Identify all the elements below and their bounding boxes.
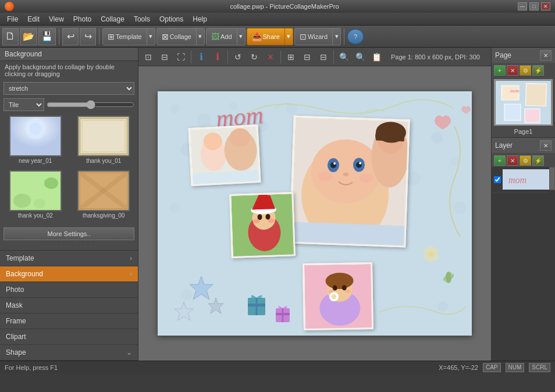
rotate-left-button[interactable]: ↺	[230, 49, 246, 65]
layer-lightning-button[interactable]: ⚡	[532, 155, 544, 166]
tile-select[interactable]: Tile	[3, 98, 44, 111]
undo-button[interactable]: ↩	[62, 28, 79, 45]
sidebar-item-clipart[interactable]: Clipart	[0, 329, 138, 345]
sidebar-item-template[interactable]: Template ›	[0, 251, 138, 266]
delete-layer-button[interactable]: ✕	[507, 155, 518, 166]
properties-button[interactable]: 📋	[369, 49, 384, 65]
wizard-button-group: ⊡ Wizard ▾	[294, 28, 341, 45]
list-item[interactable]: thank you_01	[71, 116, 137, 168]
background-thumbnail-1[interactable]	[9, 116, 62, 156]
collage-dropdown[interactable]: ▾	[197, 28, 205, 45]
menu-options[interactable]: Options	[155, 14, 188, 24]
close-button[interactable]: ✕	[541, 2, 550, 10]
rotate-right-button[interactable]: ↻	[247, 49, 262, 65]
photo-frame-4[interactable]	[303, 262, 373, 330]
add-button[interactable]: 🖼 Add	[206, 28, 237, 45]
zoom-actual-button[interactable]: ⊟	[157, 49, 172, 65]
layer-visibility-checkbox[interactable]	[494, 176, 501, 183]
photo-frame-2[interactable]	[289, 116, 410, 248]
save-button[interactable]: 💾	[38, 28, 56, 45]
caps-indicator: CAP	[483, 363, 501, 372]
window-controls[interactable]: — □ ✕	[518, 2, 550, 10]
minimize-button[interactable]: —	[518, 2, 527, 10]
menu-collage[interactable]: Collage	[96, 14, 129, 24]
close-layer-button[interactable]: ✕	[540, 140, 552, 151]
sidebar-item-mask[interactable]: Mask	[0, 298, 138, 313]
page-lightning-button[interactable]: ⚡	[532, 65, 544, 76]
opacity-slider[interactable]	[47, 100, 134, 109]
toolbar-separator-1	[59, 28, 59, 45]
svg-point-44	[424, 248, 429, 254]
distribute-button[interactable]: ⊟	[316, 49, 331, 65]
info-button-1[interactable]: ℹ	[194, 49, 209, 65]
menu-help[interactable]: Help	[188, 14, 212, 24]
template-button[interactable]: ⊞ Template	[102, 28, 147, 45]
menu-edit[interactable]: Edit	[23, 14, 44, 24]
svg-rect-93	[525, 83, 546, 106]
delete-button[interactable]: ✕	[263, 49, 278, 65]
background-thumbnail-4[interactable]	[77, 170, 130, 211]
expand-icon: ›	[130, 270, 132, 278]
share-button[interactable]: 📤 Share	[247, 28, 285, 45]
scrollbar-thumb[interactable]	[549, 167, 555, 190]
svg-point-2	[30, 123, 41, 134]
add-page-button[interactable]: +	[494, 65, 506, 76]
grid-button[interactable]: ⊞	[283, 49, 298, 65]
list-item[interactable]: thank you_02	[2, 170, 69, 223]
main-layout: Background Apply background to collage b…	[0, 48, 555, 361]
info-button-2[interactable]: ℹ	[210, 49, 225, 65]
maximize-button[interactable]: □	[529, 2, 539, 10]
menu-photo[interactable]: Photo	[69, 14, 96, 24]
stretch-select[interactable]: stretch	[3, 82, 134, 95]
svg-point-7	[13, 194, 31, 208]
svg-text:mom: mom	[508, 175, 526, 185]
zoom-fit-button[interactable]: ⊡	[141, 49, 156, 65]
list-item[interactable]: new year_01	[2, 116, 69, 168]
zoom-in-button[interactable]: 🔍	[353, 49, 368, 65]
photo-frame-3[interactable]	[229, 192, 296, 258]
help-button[interactable]: ?	[347, 29, 364, 44]
sidebar-item-shape[interactable]: Shape ⌄	[0, 345, 138, 361]
menu-file[interactable]: File	[2, 14, 23, 24]
background-thumbnail-2[interactable]	[77, 116, 130, 156]
toolbar-separator-2	[99, 28, 99, 45]
sidebar-item-frame[interactable]: Frame	[0, 313, 138, 329]
background-thumbnail-3[interactable]	[9, 170, 62, 211]
svg-point-28	[437, 301, 448, 312]
new-button[interactable]: 🗋	[2, 28, 19, 45]
layer-thumb: mom	[503, 169, 549, 190]
page-thumbnail[interactable]: mom	[494, 79, 553, 126]
collage-button[interactable]: ⊠ Collage	[156, 28, 197, 45]
canvas-area[interactable]: mom	[138, 66, 491, 361]
page-panel-controls: + ✕ ⚙ ⚡	[492, 63, 555, 77]
layer-settings-button[interactable]: ⚙	[520, 155, 531, 166]
svg-point-43	[424, 254, 429, 260]
sidebar-item-background[interactable]: Background ›	[0, 266, 138, 282]
page-settings-button[interactable]: ⚙	[520, 65, 531, 76]
wizard-button[interactable]: ⊡ Wizard	[294, 28, 333, 45]
redo-button[interactable]: ↪	[80, 28, 96, 45]
wizard-dropdown[interactable]: ▾	[333, 28, 341, 45]
share-dropdown[interactable]: ▾	[285, 28, 293, 45]
add-dropdown[interactable]: ▾	[237, 28, 246, 45]
close-panel-button[interactable]: ✕	[540, 50, 552, 60]
collage-button-group: ⊠ Collage ▾	[156, 28, 205, 45]
menu-view[interactable]: View	[44, 14, 69, 24]
select-button[interactable]: ⛶	[173, 49, 188, 65]
layer-scrollbar[interactable]	[549, 167, 555, 361]
coordinates-display: X=465, Y=-22	[439, 364, 478, 371]
photo-frame-1[interactable]	[188, 124, 261, 186]
dots-divider: · · · · · · · · · · · ·	[0, 243, 138, 250]
more-settings-button[interactable]: More Settings..	[3, 227, 134, 240]
scrl-indicator: SCRL	[529, 363, 550, 372]
zoom-out-button[interactable]: 🔍	[336, 49, 351, 65]
open-button[interactable]: 📂	[20, 28, 37, 45]
add-layer-button[interactable]: +	[494, 155, 506, 166]
sidebar-item-photo[interactable]: Photo	[0, 282, 138, 298]
align-button[interactable]: ⊟	[300, 49, 315, 65]
layer-item-title[interactable]: mom	[492, 167, 555, 193]
template-dropdown[interactable]: ▾	[147, 28, 155, 45]
menu-tools[interactable]: Tools	[129, 14, 155, 24]
list-item[interactable]: thanksgiving_00	[71, 170, 137, 223]
remove-page-button[interactable]: ✕	[507, 65, 518, 76]
